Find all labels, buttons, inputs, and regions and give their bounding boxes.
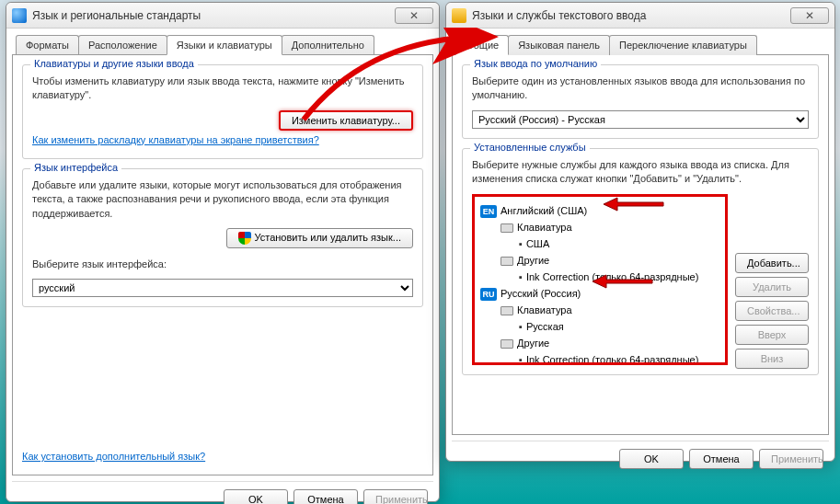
group-title: Язык ввода по умолчанию [470,58,601,69]
display-language-select[interactable]: русский [32,279,413,297]
group-title: Установленные службы [470,142,590,153]
titlebar[interactable]: Язык и региональные стандарты ✕ [6,3,439,29]
default-input-group: Язык ввода по умолчанию Выберите один из… [462,64,819,139]
keyboard-icon [501,223,513,233]
keyboards-group: Клавиатуры и другие языки ввода Чтобы из… [22,64,423,159]
close-button[interactable]: ✕ [395,7,433,24]
default-language-select[interactable]: Русский (Россия) - Русская [472,110,809,129]
welcome-layout-link[interactable]: Как изменить раскладку клавиатуры на экр… [32,134,319,145]
tab-switching[interactable]: Переключение клавиатуры [609,35,757,55]
cancel-button[interactable]: Отмена [293,489,358,504]
group-desc: Выберите один из установленных языков вв… [472,74,809,103]
titlebar[interactable]: Языки и службы текстового ввода ✕ [446,3,834,29]
keyboard-icon [501,257,513,266]
tab-language-bar[interactable]: Языковая панель [508,35,610,55]
window-title: Язык и региональные стандарты [32,9,395,22]
tree-item[interactable]: Клавиатура [480,219,719,235]
install-additional-link[interactable]: Как установить дополнительный язык? [22,451,205,462]
tab-general[interactable]: Общие [455,35,509,55]
ru-badge: RU [480,288,497,301]
display-language-group: Язык интерфейса Добавьте или удалите язы… [22,168,423,308]
tree-lang-ru[interactable]: RUРусский (Россия) [480,285,719,302]
select-label: Выберите язык интерфейса: [32,258,413,271]
remove-button[interactable]: Удалить [735,277,809,297]
shield-icon [238,232,251,245]
ok-button[interactable]: OK [619,449,684,469]
text-services-window: Языки и службы текстового ввода ✕ Общие … [445,2,835,462]
region-language-window: Язык и региональные стандарты ✕ Форматы … [6,2,440,502]
tree-item[interactable]: Другие [480,252,719,269]
close-button[interactable]: ✕ [790,7,829,24]
tab-keyboards[interactable]: Языки и клавиатуры [167,35,282,55]
tree-lang-en[interactable]: ENАнглийский (США) [480,202,719,219]
tree-action-buttons: Добавить... Удалить Свойства... Вверх Вн… [735,194,809,369]
apply-button[interactable]: Применить [759,449,823,469]
folder-icon [452,8,466,23]
tab-location[interactable]: Расположение [78,35,167,55]
group-title: Язык интерфейса [30,162,121,173]
change-keyboard-button[interactable]: Изменить клавиатуру... [279,110,413,131]
tree-item[interactable]: Другие [480,335,719,351]
keyboard-icon [501,306,513,315]
keyboard-icon [501,339,513,349]
language-tree[interactable]: ENАнглийский (США) Клавиатура США Другие… [472,194,728,365]
tree-item[interactable]: Русская [480,318,719,335]
group-desc: Чтобы изменить клавиатуру или язык ввода… [32,74,413,103]
install-language-button[interactable]: Установить или удалить язык... [226,228,414,248]
tab-strip: Общие Языковая панель Переключение клави… [455,35,829,55]
group-title: Клавиатуры и другие языки ввода [30,58,198,69]
globe-icon [12,8,27,23]
dialog-buttons: OK Отмена Применить [12,481,433,504]
tree-item[interactable]: Клавиатура [480,302,719,318]
ok-button[interactable]: OK [224,489,288,504]
dialog-buttons: OK Отмена Применить [452,441,829,476]
tree-item[interactable]: США [480,235,719,252]
group-desc: Выберите нужные службы для каждого языка… [472,158,809,187]
properties-button[interactable]: Свойства... [735,301,809,321]
tab-strip: Форматы Расположение Языки и клавиатуры … [16,35,433,55]
tree-item[interactable]: Ink Correction (только 64-разрядные) [480,269,719,285]
tree-item[interactable]: Ink Correction (только 64-разрядные) [480,351,719,365]
tab-advanced[interactable]: Дополнительно [282,35,374,55]
group-desc: Добавьте или удалите языки, которые могу… [32,178,413,221]
up-button[interactable]: Вверх [735,325,809,345]
window-title: Языки и службы текстового ввода [472,9,790,22]
cancel-button[interactable]: Отмена [689,449,754,469]
down-button[interactable]: Вниз [735,349,809,369]
add-button[interactable]: Добавить... [735,253,809,273]
en-badge: EN [480,205,497,218]
tab-formats[interactable]: Форматы [16,35,79,55]
installed-services-group: Установленные службы Выберите нужные слу… [462,148,819,375]
apply-button[interactable]: Применить [363,489,428,504]
